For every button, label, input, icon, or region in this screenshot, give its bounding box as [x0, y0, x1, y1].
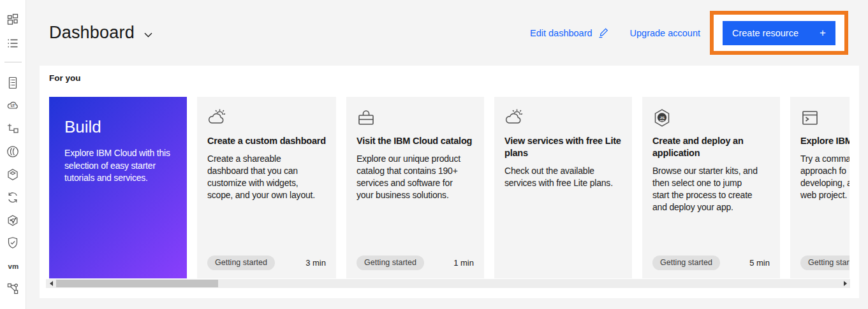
- duration-label: 3 min: [305, 258, 326, 268]
- card-footer: Getting started 5 min: [652, 255, 770, 270]
- section-heading: For you: [49, 73, 81, 83]
- duration-label: 5 min: [749, 258, 770, 268]
- page-title: Dashboard: [49, 23, 135, 43]
- card-title: Create and deploy an application: [652, 135, 770, 159]
- duration-label: 1 min: [453, 258, 474, 268]
- list-icon[interactable]: [6, 37, 19, 50]
- card-explore-cli[interactable]: Explore IBM C Try a comma approach fo de…: [790, 97, 850, 278]
- scroll-right-icon[interactable]: [842, 280, 848, 287]
- terminal-icon: [800, 108, 820, 127]
- schematics-icon[interactable]: [6, 282, 19, 295]
- upgrade-account-label: Upgrade account: [630, 28, 700, 38]
- edit-pencil-icon: [598, 27, 609, 40]
- card-title: View services with free Lite plans: [504, 135, 622, 159]
- sidebar-divider: [4, 62, 22, 62]
- card-description: Explore IBM Cloud with this selection of…: [64, 147, 172, 185]
- vmware-icon[interactable]: vm: [6, 259, 19, 272]
- resources-icon[interactable]: [6, 122, 19, 135]
- page-header: Dashboard Edit dashboard Upgrade account…: [26, 0, 868, 66]
- billing-icon[interactable]: [6, 76, 19, 89]
- dashboard-icon[interactable]: [6, 13, 19, 26]
- getting-started-badge: Getting started: [357, 255, 424, 270]
- create-resource-label: Create resource: [732, 28, 798, 38]
- catalog-icon: [357, 108, 376, 127]
- getting-started-badge: Getting started: [207, 255, 275, 270]
- chevron-down-icon: [144, 29, 152, 40]
- getting-started-badge: Getting started: [652, 255, 720, 270]
- functions-icon[interactable]: [6, 145, 19, 158]
- security-icon[interactable]: [6, 236, 19, 249]
- getting-started-badge: Getting started: [800, 255, 850, 270]
- js-glyph: JS: [660, 116, 665, 120]
- plus-icon: +: [820, 27, 826, 40]
- dashboard-title-dropdown[interactable]: Dashboard: [49, 23, 152, 43]
- card-visit-catalog[interactable]: Visit the IBM Cloud catalog Explore our …: [346, 97, 484, 278]
- card-create-custom-dashboard[interactable]: Create a custom dashboard Create a share…: [197, 97, 336, 278]
- card-description: Browse our starter kits, and then select…: [652, 165, 770, 213]
- scrollbar-thumb[interactable]: [56, 280, 218, 287]
- cards-row: Build Explore IBM Cloud with this select…: [49, 97, 850, 278]
- card-footer: Getting started: [800, 255, 850, 270]
- sync-icon[interactable]: [6, 191, 19, 204]
- card-description: Explore our unique product catalog that …: [357, 153, 474, 201]
- upgrade-account-link[interactable]: Upgrade account: [630, 28, 700, 38]
- card-title: Visit the IBM Cloud catalog: [357, 135, 474, 147]
- partly-cloudy-icon: [207, 108, 226, 127]
- annotation-highlight: Create resource +: [710, 11, 848, 55]
- edit-dashboard-label: Edit dashboard: [530, 28, 592, 38]
- card-description: Try a comma approach fo developing, a we…: [800, 153, 850, 201]
- packages-icon[interactable]: [6, 168, 19, 181]
- registry-icon[interactable]: [6, 214, 19, 227]
- for-you-panel: For you Build Explore IBM Cloud with thi…: [40, 66, 859, 298]
- edit-dashboard-link[interactable]: Edit dashboard: [530, 26, 609, 40]
- horizontal-scrollbar[interactable]: [46, 279, 850, 288]
- card-title: Create a custom dashboard: [207, 135, 326, 147]
- card-lite-plans[interactable]: View services with free Lite plans Check…: [494, 97, 632, 278]
- cloud-foundry-icon[interactable]: cf: [6, 99, 19, 112]
- card-footer: Getting started 3 min: [207, 255, 326, 270]
- card-description: Create a shareable dashboard that you ca…: [207, 153, 326, 201]
- application-js-icon: JS: [652, 108, 672, 127]
- scroll-left-icon[interactable]: [48, 280, 55, 287]
- card-footer: Getting started 1 min: [357, 255, 474, 270]
- card-create-deploy-app[interactable]: JS Create and deploy an application Brow…: [642, 97, 780, 278]
- card-build[interactable]: Build Explore IBM Cloud with this select…: [49, 97, 187, 278]
- card-description: Check out the available services with fr…: [504, 165, 622, 189]
- create-resource-button[interactable]: Create resource +: [723, 21, 835, 45]
- partly-cloudy-icon: [504, 108, 524, 127]
- cf-glyph: cf: [11, 103, 15, 108]
- card-title: Build: [64, 117, 172, 137]
- card-title: Explore IBM C: [800, 135, 850, 147]
- vm-glyph: vm: [8, 262, 19, 270]
- left-sidebar: cf: [0, 0, 26, 309]
